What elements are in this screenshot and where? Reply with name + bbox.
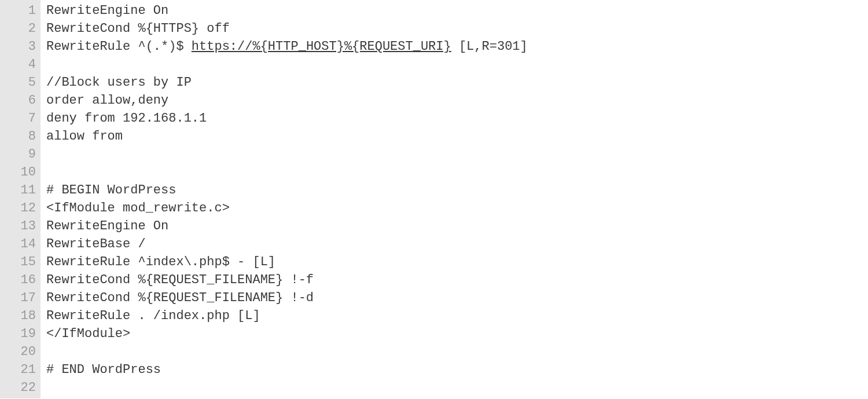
code-line[interactable] bbox=[46, 343, 868, 361]
line-number: 15 bbox=[5, 253, 36, 271]
line-number: 3 bbox=[5, 38, 36, 56]
line-number: 18 bbox=[5, 307, 36, 325]
line-number-gutter: 12345678910111213141516171819202122 bbox=[0, 0, 41, 398]
line-number: 19 bbox=[5, 325, 36, 343]
code-line[interactable]: RewriteEngine On bbox=[46, 2, 868, 20]
line-number: 6 bbox=[5, 91, 36, 109]
code-text: </IfModule> bbox=[46, 327, 130, 341]
code-text: RewriteEngine On bbox=[46, 3, 168, 18]
code-line[interactable]: <IfModule mod_rewrite.c> bbox=[46, 199, 868, 217]
code-line[interactable]: allow from bbox=[46, 127, 868, 145]
line-number: 8 bbox=[5, 127, 36, 145]
line-number: 13 bbox=[5, 217, 36, 235]
line-number: 11 bbox=[5, 181, 36, 199]
line-number: 12 bbox=[5, 199, 36, 217]
code-text: RewriteCond %{REQUEST_FILENAME} !-f bbox=[46, 273, 314, 287]
code-text: order allow,deny bbox=[46, 93, 168, 108]
code-line[interactable] bbox=[46, 379, 868, 397]
code-text: [L,R=301] bbox=[451, 39, 528, 54]
code-text: # BEGIN WordPress bbox=[46, 183, 176, 197]
code-line[interactable]: RewriteEngine On bbox=[46, 217, 868, 235]
code-text: <IfModule mod_rewrite.c> bbox=[46, 201, 230, 215]
code-text: RewriteCond %{REQUEST_FILENAME} !-d bbox=[46, 291, 314, 305]
line-number: 4 bbox=[5, 56, 36, 74]
code-line[interactable]: RewriteRule . /index.php [L] bbox=[46, 307, 868, 325]
code-content[interactable]: RewriteEngine OnRewriteCond %{HTTPS} off… bbox=[41, 0, 868, 398]
code-line[interactable] bbox=[46, 56, 868, 74]
line-number: 2 bbox=[5, 20, 36, 38]
line-number: 10 bbox=[5, 163, 36, 181]
code-editor: 12345678910111213141516171819202122 Rewr… bbox=[0, 0, 868, 398]
code-text: RewriteRule . /index.php [L] bbox=[46, 309, 260, 323]
code-line[interactable]: deny from 192.168.1.1 bbox=[46, 109, 868, 127]
code-line[interactable]: </IfModule> bbox=[46, 325, 868, 343]
code-line[interactable]: //Block users by IP bbox=[46, 74, 868, 91]
line-number: 22 bbox=[5, 379, 36, 397]
line-number: 9 bbox=[5, 145, 36, 163]
code-line[interactable] bbox=[46, 145, 868, 163]
code-line[interactable]: RewriteRule ^(.*)$ https://%{HTTP_HOST}%… bbox=[46, 38, 868, 56]
line-number: 7 bbox=[5, 109, 36, 127]
line-number: 5 bbox=[5, 74, 36, 91]
code-text: allow from bbox=[46, 129, 123, 144]
code-line[interactable]: RewriteCond %{HTTPS} off bbox=[46, 20, 868, 38]
code-line[interactable]: RewriteCond %{REQUEST_FILENAME} !-f bbox=[46, 271, 868, 289]
code-line[interactable]: order allow,deny bbox=[46, 91, 868, 109]
code-text: RewriteRule ^(.*)$ bbox=[46, 39, 192, 54]
code-text: RewriteEngine On bbox=[46, 219, 168, 233]
code-line[interactable]: RewriteCond %{REQUEST_FILENAME} !-d bbox=[46, 289, 868, 307]
code-line[interactable]: RewriteBase / bbox=[46, 235, 868, 253]
line-number: 20 bbox=[5, 343, 36, 361]
code-text: //Block users by IP bbox=[46, 75, 192, 90]
code-link: https://%{HTTP_HOST}%{REQUEST_URI} bbox=[192, 39, 451, 54]
line-number: 1 bbox=[5, 2, 36, 20]
code-text: RewriteRule ^index\.php$ - [L] bbox=[46, 255, 275, 269]
code-text: RewriteCond %{HTTPS} off bbox=[46, 21, 230, 36]
code-line[interactable]: RewriteRule ^index\.php$ - [L] bbox=[46, 253, 868, 271]
line-number: 21 bbox=[5, 361, 36, 379]
line-number: 16 bbox=[5, 271, 36, 289]
code-line[interactable] bbox=[46, 163, 868, 181]
line-number: 14 bbox=[5, 235, 36, 253]
code-text: deny from 192.168.1.1 bbox=[46, 111, 207, 126]
code-text: # END WordPress bbox=[46, 363, 161, 377]
code-line[interactable]: # END WordPress bbox=[46, 361, 868, 379]
line-number: 17 bbox=[5, 289, 36, 307]
code-text: RewriteBase / bbox=[46, 237, 146, 251]
code-line[interactable]: # BEGIN WordPress bbox=[46, 181, 868, 199]
